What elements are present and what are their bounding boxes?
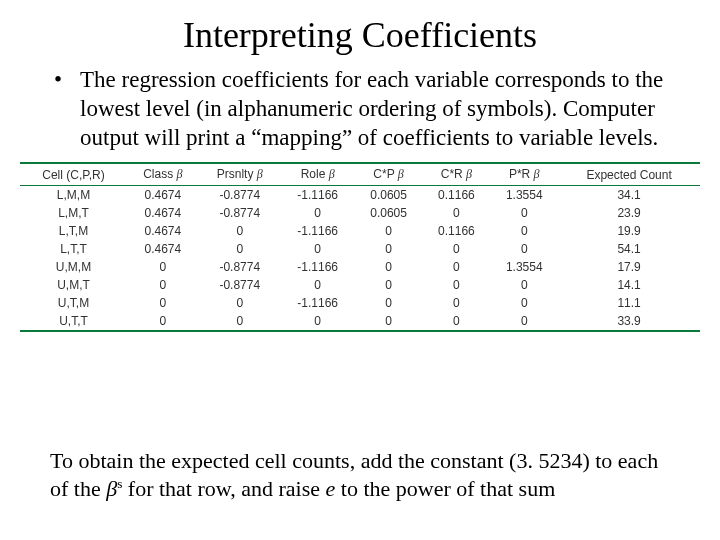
cell: 0.4674 (127, 186, 199, 205)
col-cp-label: C*P (373, 167, 397, 181)
cell: 33.9 (558, 312, 700, 331)
cell: 0.4674 (127, 222, 199, 240)
slide-title: Interpreting Coefficients (0, 0, 720, 66)
cell: 0.4674 (127, 204, 199, 222)
cell: 0.4674 (127, 240, 199, 258)
footnote-post: to the power of that sum (335, 476, 555, 501)
footnote-e: e (326, 476, 336, 501)
cell: 17.9 (558, 258, 700, 276)
cell: U,T,T (20, 312, 127, 331)
cell: 0 (355, 222, 423, 240)
cell: 0.1166 (423, 222, 491, 240)
cell: 0 (127, 294, 199, 312)
cell: 0 (281, 312, 355, 331)
cell: 0 (423, 276, 491, 294)
col-expected-label: Expected Count (586, 168, 671, 182)
cell: 0 (490, 276, 558, 294)
col-role-label: Role (301, 167, 329, 181)
cell: U,T,M (20, 294, 127, 312)
cell: L,M,M (20, 186, 127, 205)
cell: 0 (127, 312, 199, 331)
col-pr: P*R β (490, 163, 558, 186)
cell: 0 (199, 312, 281, 331)
beta-icon: β (177, 167, 183, 181)
col-prsnlty: Prsnlty β (199, 163, 281, 186)
cell: -1.1166 (281, 186, 355, 205)
col-prsnlty-label: Prsnlty (217, 167, 257, 181)
col-cell: Cell (C,P,R) (20, 163, 127, 186)
bullet-dot-icon: • (54, 66, 80, 152)
cell: 54.1 (558, 240, 700, 258)
cell: 1.3554 (490, 186, 558, 205)
col-expected: Expected Count (558, 163, 700, 186)
footnote: To obtain the expected cell counts, add … (50, 447, 670, 502)
cell: 0 (490, 240, 558, 258)
cell: 0 (423, 258, 491, 276)
cell: 0 (199, 294, 281, 312)
cell: -0.8774 (199, 204, 281, 222)
table-header-row: Cell (C,P,R) Class β Prsnlty β Role β C*… (20, 163, 700, 186)
cell: 0 (127, 258, 199, 276)
cell: -0.8774 (199, 258, 281, 276)
table-row: U,T,M 0 0 -1.1166 0 0 0 11.1 (20, 294, 700, 312)
cell: 0 (355, 312, 423, 331)
cell: 0 (199, 240, 281, 258)
bullet-text: The regression coefficients for each var… (80, 66, 680, 152)
cell: 0 (281, 276, 355, 294)
table-row: U,T,T 0 0 0 0 0 0 33.9 (20, 312, 700, 331)
col-class: Class β (127, 163, 199, 186)
cell: 0.0605 (355, 186, 423, 205)
cell: 0 (355, 276, 423, 294)
beta-icon: β (257, 167, 263, 181)
col-role: Role β (281, 163, 355, 186)
cell: -0.8774 (199, 276, 281, 294)
coefficients-table: Cell (C,P,R) Class β Prsnlty β Role β C*… (20, 162, 700, 332)
cell: 23.9 (558, 204, 700, 222)
cell: L,T,T (20, 240, 127, 258)
cell: 19.9 (558, 222, 700, 240)
table-row: L,T,T 0.4674 0 0 0 0 0 54.1 (20, 240, 700, 258)
cell: -0.8774 (199, 186, 281, 205)
cell: U,M,M (20, 258, 127, 276)
cell: 0 (490, 312, 558, 331)
col-cr: C*R β (423, 163, 491, 186)
col-cell-label: Cell (C,P,R) (42, 168, 104, 182)
table-row: L,M,T 0.4674 -0.8774 0 0.0605 0 0 23.9 (20, 204, 700, 222)
col-class-label: Class (143, 167, 176, 181)
cell: U,M,T (20, 276, 127, 294)
beta-icon: β (466, 167, 472, 181)
cell: 0 (423, 240, 491, 258)
cell: 14.1 (558, 276, 700, 294)
cell: -1.1166 (281, 222, 355, 240)
col-cr-label: C*R (441, 167, 466, 181)
cell: 0 (423, 204, 491, 222)
slide: Interpreting Coefficients • The regressi… (0, 0, 720, 540)
beta-icon: β (534, 167, 540, 181)
col-pr-label: P*R (509, 167, 534, 181)
footnote-mid: for that row, and raise (122, 476, 325, 501)
beta-icon: β (329, 167, 335, 181)
cell: 11.1 (558, 294, 700, 312)
cell: 0 (490, 204, 558, 222)
cell: 0 (281, 204, 355, 222)
cell: 0 (281, 240, 355, 258)
cell: 0 (127, 276, 199, 294)
table-row: U,M,M 0 -0.8774 -1.1166 0 0 1.3554 17.9 (20, 258, 700, 276)
cell: -1.1166 (281, 258, 355, 276)
cell: 0 (355, 240, 423, 258)
coefficients-table-wrap: Cell (C,P,R) Class β Prsnlty β Role β C*… (20, 162, 700, 332)
cell: 0 (199, 222, 281, 240)
cell: 0 (490, 294, 558, 312)
bullet-item: • The regression coefficients for each v… (80, 66, 680, 152)
table-body: L,M,M 0.4674 -0.8774 -1.1166 0.0605 0.11… (20, 186, 700, 332)
cell: 0 (490, 222, 558, 240)
cell: 0 (355, 258, 423, 276)
cell: L,T,M (20, 222, 127, 240)
table-row: L,M,M 0.4674 -0.8774 -1.1166 0.0605 0.11… (20, 186, 700, 205)
cell: 0 (355, 294, 423, 312)
cell: 0.0605 (355, 204, 423, 222)
cell: 1.3554 (490, 258, 558, 276)
cell: 34.1 (558, 186, 700, 205)
cell: 0 (423, 294, 491, 312)
col-cp: C*P β (355, 163, 423, 186)
